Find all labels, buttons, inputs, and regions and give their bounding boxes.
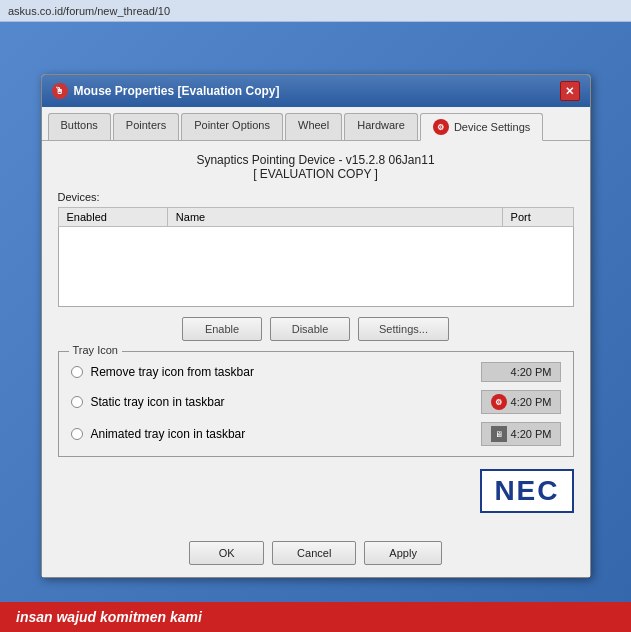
devices-section: Devices: Enabled Name Port	[58, 191, 574, 307]
disable-button[interactable]: Disable	[270, 317, 350, 341]
ok-button[interactable]: OK	[189, 541, 264, 565]
device-header: Synaptics Pointing Device - v15.2.8 06Ja…	[58, 153, 574, 181]
dialog-title: Mouse Properties [Evaluation Copy]	[74, 84, 280, 98]
nec-logo: NEC	[480, 469, 573, 513]
tray-option-static: Static tray icon in taskbar ⚙ 4:20 PM	[71, 390, 561, 414]
dialog-title-left: 🖱 Mouse Properties [Evaluation Copy]	[52, 83, 280, 99]
enable-button[interactable]: Enable	[182, 317, 262, 341]
dialog-icon: 🖱	[52, 83, 68, 99]
cancel-button[interactable]: Cancel	[272, 541, 356, 565]
mouse-properties-dialog: 🖱 Mouse Properties [Evaluation Copy] ✕ B…	[41, 74, 591, 578]
tray-icon-group: Tray Icon Remove tray icon from taskbar …	[58, 351, 574, 457]
settings-button[interactable]: Settings...	[358, 317, 449, 341]
tray-option-remove: Remove tray icon from taskbar 4:20 PM	[71, 362, 561, 382]
col-port: Port	[502, 208, 573, 227]
tab-hardware[interactable]: Hardware	[344, 113, 418, 140]
eval-copy-text: [ EVALUATION COPY ]	[58, 167, 574, 181]
devices-table: Enabled Name Port	[58, 207, 574, 227]
tab-pointers[interactable]: Pointers	[113, 113, 179, 140]
device-buttons: Enable Disable Settings...	[58, 317, 574, 341]
static-tray-time: ⚙ 4:20 PM	[481, 390, 561, 414]
tabs-bar: Buttons Pointers Pointer Options Wheel H…	[42, 107, 590, 141]
nec-logo-area: NEC	[58, 469, 574, 513]
tab-device-settings[interactable]: ⚙ Device Settings	[420, 113, 543, 141]
apply-button[interactable]: Apply	[364, 541, 442, 565]
animated-tray-time: 🖥 4:20 PM	[481, 422, 561, 446]
browser-url: askus.co.id/forum/new_thread/10	[8, 5, 170, 17]
tray-option-animated: Animated tray icon in taskbar 🖥 4:20 PM	[71, 422, 561, 446]
bottom-bar: insan wajud komitmen kami	[0, 602, 631, 632]
tab-wheel[interactable]: Wheel	[285, 113, 342, 140]
browser-bar: askus.co.id/forum/new_thread/10	[0, 0, 631, 22]
animated-tray-icon: 🖥	[491, 426, 507, 442]
col-enabled: Enabled	[58, 208, 167, 227]
close-button[interactable]: ✕	[560, 81, 580, 101]
dialog-titlebar: 🖱 Mouse Properties [Evaluation Copy] ✕	[42, 75, 590, 107]
device-settings-tab-icon: ⚙	[433, 119, 449, 135]
tray-icon-legend: Tray Icon	[69, 344, 122, 356]
bottom-bar-text: insan wajud komitmen kami	[16, 609, 202, 625]
tab-pointer-options[interactable]: Pointer Options	[181, 113, 283, 140]
device-name: Synaptics Pointing Device - v15.2.8 06Ja…	[58, 153, 574, 167]
col-name: Name	[167, 208, 502, 227]
radio-static-tray[interactable]	[71, 396, 83, 408]
remove-tray-time: 4:20 PM	[481, 362, 561, 382]
animated-tray-label: Animated tray icon in taskbar	[91, 427, 246, 441]
radio-animated-tray[interactable]	[71, 428, 83, 440]
dialog-content: Synaptics Pointing Device - v15.2.8 06Ja…	[42, 141, 590, 533]
tab-buttons[interactable]: Buttons	[48, 113, 111, 140]
devices-table-body	[58, 227, 574, 307]
static-tray-icon: ⚙	[491, 394, 507, 410]
radio-remove-tray[interactable]	[71, 366, 83, 378]
devices-label: Devices:	[58, 191, 574, 203]
static-tray-label: Static tray icon in taskbar	[91, 395, 225, 409]
remove-tray-label: Remove tray icon from taskbar	[91, 365, 254, 379]
dialog-footer: OK Cancel Apply	[42, 533, 590, 577]
